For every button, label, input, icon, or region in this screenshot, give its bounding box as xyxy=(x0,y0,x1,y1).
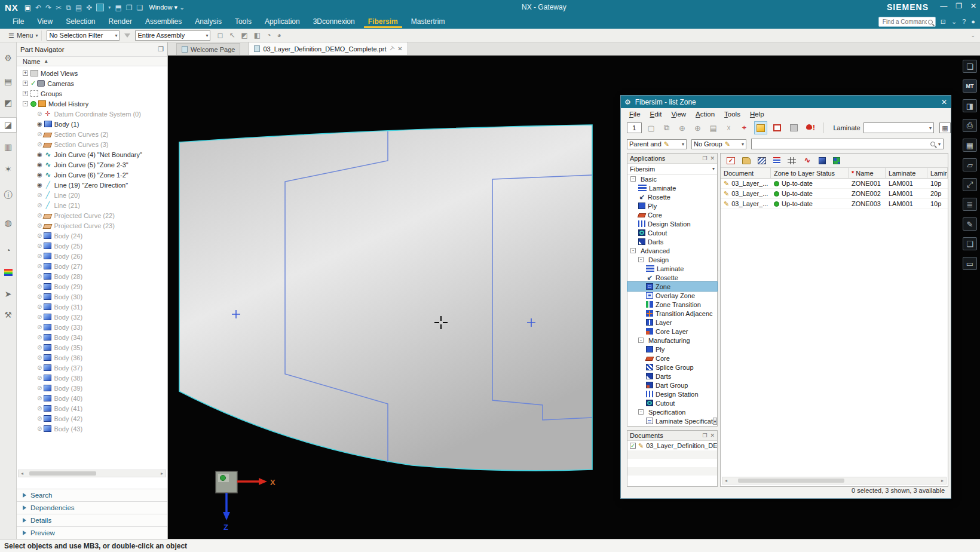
app-tree-item-splice-group[interactable]: Splice Group xyxy=(627,363,717,372)
settings-gear-icon[interactable]: ⚙ xyxy=(0,50,16,66)
chevron-down-icon[interactable]: ⌄ xyxy=(951,18,957,26)
app-tree-item-design-station[interactable]: Design Station xyxy=(627,390,717,398)
app-tree-item-darts[interactable]: Darts xyxy=(627,237,717,246)
tree-item[interactable]: ⊘Body (28) xyxy=(17,271,167,281)
tree-item[interactable]: +Groups xyxy=(17,88,167,99)
mt-badge[interactable]: MT xyxy=(963,79,977,93)
app-tree-item-manufacturing[interactable]: -Manufacturing xyxy=(627,336,717,345)
tree-expander-icon[interactable]: - xyxy=(638,338,644,343)
orbit-icon[interactable]: ◔ xyxy=(267,31,271,39)
app-tree-item-core[interactable]: Core xyxy=(627,354,717,363)
ribbon-tab-mastertrim[interactable]: Mastertrim xyxy=(405,16,452,28)
eye-visible-icon[interactable]: ◉ xyxy=(37,161,42,168)
snap-point-icon[interactable]: ↖ xyxy=(229,31,235,39)
column-header-zone-to-layer-status[interactable]: Zone to Layer Status xyxy=(771,168,849,178)
laminate-sheets-icon[interactable] xyxy=(758,157,766,164)
expand-icon[interactable]: ⤢ xyxy=(963,178,977,191)
web-browser-icon[interactable]: ◍ xyxy=(0,215,16,231)
scroll-left-icon[interactable]: ◂ xyxy=(722,478,730,483)
eye-hidden-icon[interactable]: ⊘ xyxy=(37,354,42,361)
close-panel-icon[interactable]: ✕ xyxy=(710,433,715,438)
eye-hidden-icon[interactable]: ⊘ xyxy=(37,344,42,351)
selection-filter-combo[interactable]: No Selection Filter▾ xyxy=(47,30,120,41)
eye-visible-icon[interactable]: ◉ xyxy=(37,121,42,127)
column-header-lamin[interactable]: Lamin xyxy=(927,168,948,178)
section-dependencies[interactable]: Dependencies xyxy=(17,501,167,514)
surface-pattern-icon[interactable] xyxy=(833,157,840,164)
swatch-dropdown-icon[interactable]: ▾ xyxy=(108,5,111,10)
avatar-icon[interactable]: ● xyxy=(971,18,975,26)
section-details[interactable]: Details xyxy=(17,514,167,526)
probe-add-icon[interactable]: ⊕ xyxy=(691,121,705,134)
cut-icon[interactable]: ✂ xyxy=(56,4,62,12)
ribbon-tab-tools[interactable]: Tools xyxy=(228,16,258,28)
view-cube-icon[interactable]: ◧ xyxy=(254,31,261,39)
app-tree-item-laminate-specificat[interactable]: Laminate Specificat▾ xyxy=(627,416,717,425)
page-number-field[interactable]: 1 xyxy=(627,122,642,133)
app-tree-item-laminate[interactable]: Laminate xyxy=(627,183,717,192)
eye-visible-icon[interactable]: ◉ xyxy=(37,151,42,158)
app-tree-item-zone[interactable]: Zone xyxy=(627,282,717,291)
close-tab-icon[interactable]: ✕ xyxy=(397,45,402,52)
eye-hidden-icon[interactable]: ⊘ xyxy=(37,303,42,310)
tree-item[interactable]: ◉Body (1) xyxy=(17,119,167,129)
float-panel-icon[interactable]: ❐ xyxy=(702,155,707,161)
tree-item[interactable]: ⊘Body (34) xyxy=(17,332,167,342)
app-tree-item-design[interactable]: -Design xyxy=(627,255,717,264)
application-selector[interactable]: Fibersim▾ xyxy=(627,164,717,174)
target-icon[interactable]: ⌖ xyxy=(738,121,751,134)
dropdown-icon[interactable]: ▾ xyxy=(713,418,717,425)
tree-item[interactable]: ⊘Body (33) xyxy=(17,322,167,332)
dialog-menu-view[interactable]: View xyxy=(666,109,691,119)
ribbon-tab-view[interactable]: View xyxy=(30,16,59,28)
app-tree-item-laminate[interactable]: Laminate xyxy=(627,264,717,273)
zone-table-row[interactable]: ✎03_Layer_...Up-to-dateZONE001LAM00110p xyxy=(721,179,948,189)
dialog-close-icon[interactable]: ✕ xyxy=(941,98,947,106)
app-tree-item-basic[interactable]: -Basic xyxy=(627,174,717,183)
ribbon-tab-file[interactable]: File xyxy=(6,16,30,28)
column-header-laminate[interactable]: Laminate xyxy=(886,168,927,178)
checkbox-checked-icon[interactable]: ✓ xyxy=(630,443,636,449)
report-icon[interactable]: ▤ xyxy=(707,121,720,134)
app-tree-item-rosette[interactable]: ↙Rosette xyxy=(627,273,717,282)
panes-icon[interactable]: ❏ xyxy=(963,60,977,73)
dialog-menu-help[interactable]: Help xyxy=(745,109,769,119)
app-tree-item-advanced[interactable]: -Advanced xyxy=(627,246,717,255)
app-tree-item-cutout[interactable]: Cutout xyxy=(627,398,717,407)
tree-expander-icon[interactable]: + xyxy=(23,70,28,76)
tree-item[interactable]: ⊘Body (32) xyxy=(17,312,167,322)
toolbar-overflow-icon[interactable]: ⌄ xyxy=(970,32,975,38)
eye-hidden-icon[interactable]: ⊘ xyxy=(37,395,42,401)
table-wrench-icon[interactable]: ▦ xyxy=(963,139,977,152)
tree-item[interactable]: ⊘╱Line (21) xyxy=(17,200,167,210)
tree-item[interactable]: ◉∿Join Curve (6) "Zone 1-2" xyxy=(17,170,167,180)
mesh-grid-icon[interactable] xyxy=(788,157,796,164)
ribbon-tab-analysis[interactable]: Analysis xyxy=(188,16,228,28)
tree-item[interactable]: ◉╱Line (19) "Zero Direction" xyxy=(17,180,167,190)
app-tree-item-overlay-zone[interactable]: Overlay Zone xyxy=(627,291,717,300)
eye-hidden-icon[interactable]: ⊘ xyxy=(37,232,42,239)
eye-hidden-icon[interactable]: ⊘ xyxy=(37,222,42,229)
sheet-pencil-icon[interactable]: ✎ xyxy=(963,217,977,231)
tree-expander-icon[interactable]: - xyxy=(23,101,28,106)
tree-item[interactable]: ⊘Body (36) xyxy=(17,352,167,363)
app-tree-item-darts[interactable]: Darts xyxy=(627,372,717,381)
wire-cube-icon[interactable] xyxy=(771,121,784,134)
undo-icon[interactable]: ↶ xyxy=(35,4,41,12)
tree-item[interactable]: +Model Views xyxy=(17,68,167,78)
app-tree-item-core-layer[interactable]: Core Layer xyxy=(627,327,717,336)
markup-icon[interactable]: ➤ xyxy=(0,286,16,302)
tree-item[interactable]: ⊘Projected Curve (23) xyxy=(17,220,167,231)
window-menu[interactable]: Window ▾ ⌄ xyxy=(149,4,185,11)
tree-item[interactable]: ⊘✛Datum Coordinate System (0) xyxy=(17,109,167,119)
copy-icon[interactable]: ⧉ xyxy=(660,121,673,134)
redo-icon[interactable]: ↷ xyxy=(45,4,51,12)
tree-item[interactable]: ⊘Body (29) xyxy=(17,281,167,292)
capture-icon[interactable]: ⬒ xyxy=(115,4,121,12)
tree-item[interactable]: ⊘Body (42) xyxy=(17,413,167,424)
eye-hidden-icon[interactable]: ⊘ xyxy=(37,314,42,320)
surface-body[interactable] xyxy=(179,125,592,471)
eye-hidden-icon[interactable]: ⊘ xyxy=(37,202,42,208)
spline-curve-icon[interactable]: ∿ xyxy=(803,157,811,164)
app-tree-item-ply[interactable]: Ply xyxy=(627,345,717,354)
